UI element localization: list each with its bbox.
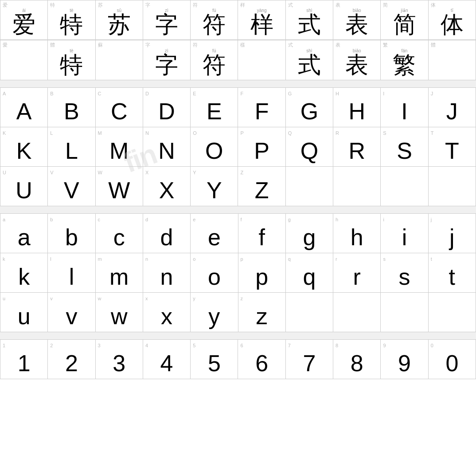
cell-A: AA (0, 87, 48, 127)
cell-v: vv (48, 292, 95, 332)
cell-label: O (193, 130, 197, 136)
cell-label: 3 (98, 343, 101, 348)
cell-5: 55 (191, 339, 238, 379)
cell-empty1 (285, 166, 333, 206)
char-display: u (3, 302, 45, 330)
cell-trad-fan: 繁 fán 繁 (381, 40, 428, 80)
cell-w: ww (95, 292, 143, 332)
cell-label: a (3, 217, 5, 222)
char-display: q (288, 263, 331, 291)
cell-label: 表 (336, 42, 378, 48)
cell-label: 2 (50, 343, 53, 348)
cell-R: RR (333, 127, 381, 166)
cell-label: 0 (431, 343, 433, 348)
cell-trad-zi: 字 zì 字 (143, 40, 190, 80)
cell-empty4 (428, 166, 476, 206)
cell-label: z (241, 296, 243, 301)
char-display: T (431, 137, 473, 165)
cell-l: ll (48, 253, 95, 292)
cell-label: 6 (240, 343, 243, 348)
cell-J: JJ (428, 87, 476, 127)
char-display: G (288, 97, 331, 126)
cell-0: 00 (428, 339, 476, 379)
char-display: C (98, 97, 140, 126)
cell-N: NN (143, 127, 190, 166)
char-display (116, 54, 122, 77)
cell-label: 苏 (98, 2, 140, 8)
cell-V: VV (48, 166, 95, 206)
char-display: N (145, 137, 188, 165)
char-display: 5 (193, 349, 235, 377)
cell-label: J (431, 91, 433, 96)
cell-label: R (336, 130, 339, 136)
char-display: 特 (60, 13, 83, 36)
cell-8: 88 (333, 339, 381, 379)
cell-d: dd (143, 213, 190, 253)
cell-p: pp (238, 253, 285, 292)
cell-label (431, 170, 432, 175)
cell-label: D (145, 91, 149, 96)
char-display: 符 (203, 13, 226, 36)
cell-label: 9 (383, 343, 386, 348)
cell-B: BB (48, 87, 95, 127)
char-display: 1 (3, 349, 45, 377)
cell-u: uu (0, 292, 48, 332)
char-display: 8 (336, 349, 378, 377)
cell-label: w (98, 296, 101, 301)
cell-label: x (145, 296, 148, 301)
cell-E: EE (191, 87, 238, 127)
cell-empty2 (333, 166, 381, 206)
cell-label: g (288, 217, 291, 222)
cell-label: k (3, 256, 5, 262)
char-display: e (193, 223, 235, 251)
chinese-simplified-section: 爱 ài 爱 特 tè 特 苏 sū 苏 (0, 0, 476, 40)
char-display: w (98, 302, 140, 330)
cell-s: ss (381, 253, 428, 292)
char-display: E (193, 97, 235, 126)
cell-label: 简 (383, 2, 425, 8)
char-display: a (3, 223, 45, 251)
cell-shi: 式 shì 式 (285, 0, 333, 40)
cell-4: 44 (143, 339, 190, 379)
cell-label: P (240, 130, 243, 136)
char-display: 特 (60, 54, 83, 77)
cell-x: xx (143, 292, 190, 332)
char-display (259, 54, 265, 77)
cell-label: 體 (431, 42, 473, 48)
cell-W: WW (95, 166, 143, 206)
char-display: m (98, 263, 140, 291)
cell-3: 33 (95, 339, 143, 379)
cell-label: 8 (336, 343, 338, 348)
uppercase-section: AA BB CC DD EE FF GG HH II JJ KK LL MM N… (0, 87, 476, 206)
char-display: h (336, 223, 378, 251)
char-display: 4 (145, 349, 188, 377)
cell-q: qq (285, 253, 333, 292)
cell-m: mm (95, 253, 143, 292)
cell-trad-shi: 式 shì 式 (285, 40, 333, 80)
cell-label (383, 170, 384, 175)
char-display: f (241, 223, 283, 251)
cell-ti: 体 tǐ 体 (428, 0, 476, 40)
char-display: B (50, 97, 93, 126)
char-display: l (50, 263, 93, 291)
cell-trad-ai: 愛 (0, 40, 48, 80)
char-display: 简 (393, 13, 416, 36)
cell-label: i (383, 217, 384, 222)
cell-trad-su: 蘇 (95, 40, 143, 80)
cell-label: L (50, 130, 53, 136)
cell-U: UU (0, 166, 48, 206)
char-display: 表 (345, 54, 368, 77)
cell-O: OO (191, 127, 238, 166)
cell-D: DD (143, 87, 190, 127)
cell-label: W (98, 170, 102, 175)
cell-label: 蘇 (98, 42, 140, 48)
char-display: Y (193, 176, 235, 204)
char-display: 6 (240, 349, 283, 377)
char-display: 式 (298, 54, 321, 77)
cell-G: GG (285, 87, 333, 127)
chinese-traditional-row: 愛 體 tè 特 蘇 字 (0, 40, 476, 80)
char-display: b (50, 223, 93, 251)
cell-label: V (50, 170, 53, 175)
cell-label: l (50, 256, 51, 262)
char-display: 7 (288, 349, 331, 377)
